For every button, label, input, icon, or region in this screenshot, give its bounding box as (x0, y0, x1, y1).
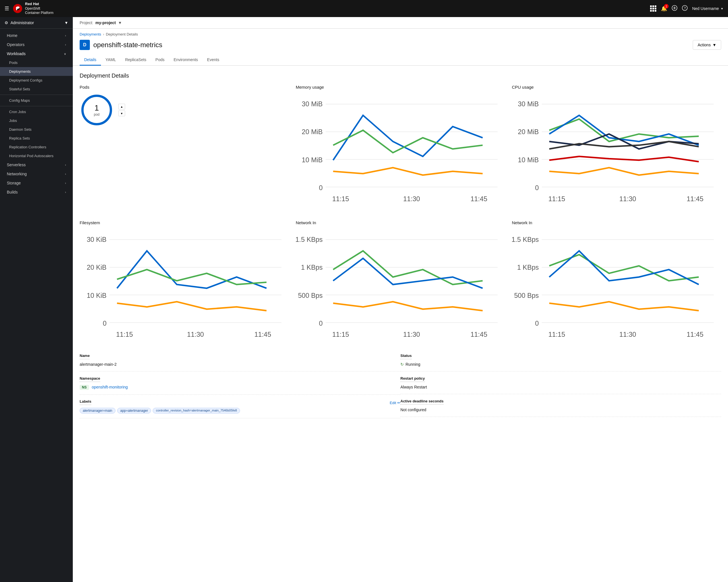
sidebar-replica-sets-label: Replica Sets (9, 136, 30, 140)
actions-caret-icon: ▼ (712, 43, 716, 47)
hamburger-button[interactable]: ☰ (4, 5, 9, 12)
svg-text:11:15: 11:15 (332, 331, 349, 338)
cpu-chart-area: 30 MiB 20 MiB 10 MiB 0 (512, 93, 721, 214)
sidebar-item-jobs[interactable]: Jobs (0, 116, 73, 125)
sidebar-item-operators[interactable]: Operators › (0, 40, 73, 49)
project-dropdown-icon[interactable]: ▼ (118, 21, 122, 25)
page-header: D openshift-state-metrics Actions ▼ (73, 36, 728, 50)
sidebar-deployments-label: Deployments (9, 70, 31, 74)
role-switcher[interactable]: ⚙ Administrator ▼ (0, 17, 73, 29)
status-field-value: ↻ Running (400, 362, 721, 367)
tab-details[interactable]: Details (80, 55, 101, 66)
grid-apps-button[interactable] (650, 5, 656, 12)
gear-icon: ⚙ (4, 21, 8, 25)
namespace-link[interactable]: openshift-monitoring (92, 385, 128, 389)
sidebar-pods-label: Pods (9, 60, 18, 65)
sidebar-item-home[interactable]: Home › (0, 31, 73, 40)
role-label-row: ⚙ Administrator (4, 21, 34, 25)
tab-pods[interactable]: Pods (151, 55, 169, 66)
page-title-row: D openshift-state-metrics (80, 40, 162, 50)
project-name: my-project (95, 21, 116, 25)
details-left-col: Name alertmanager-main-2 Namespace NS op… (80, 349, 400, 418)
actions-label: Actions (698, 43, 711, 47)
sidebar-item-pods[interactable]: Pods (0, 58, 73, 67)
sidebar-cron-jobs-label: Cron Jobs (9, 110, 26, 114)
sidebar-workloads-label: Workloads (7, 51, 26, 56)
restart-policy-field: Restart policy Always Restart (400, 371, 721, 394)
tab-environments[interactable]: Environments (169, 55, 203, 66)
breadcrumb-separator: › (103, 32, 104, 36)
pods-count-display: 1 pod (94, 104, 100, 116)
svg-text:10 MiB: 10 MiB (302, 156, 323, 164)
sidebar-item-storage[interactable]: Storage › (0, 178, 73, 188)
svg-text:11:15: 11:15 (116, 331, 133, 338)
content-area: Deployment Details Pods 1 (73, 66, 728, 425)
active-deadline-field-value: Not configured (400, 408, 721, 412)
pods-circle-area: 1 pod ▲ ▼ (80, 93, 289, 127)
sidebar-item-serverless[interactable]: Serverless › (0, 160, 73, 169)
namespace-badge: NS (80, 385, 89, 390)
sidebar-item-networking[interactable]: Networking › (0, 169, 73, 178)
sidebar-workloads-chevron-icon: ∨ (64, 52, 66, 55)
pods-donut-chart: 1 pod (80, 93, 114, 127)
svg-text:11:15: 11:15 (548, 195, 565, 203)
sidebar-storage-chevron-icon: › (65, 182, 66, 185)
sidebar-item-horizontal-pod-autoscalers[interactable]: Horizontal Pod Autoscalers (0, 151, 73, 160)
question-mark-icon: ? (682, 5, 687, 11)
tab-events[interactable]: Events (203, 55, 224, 66)
breadcrumb-parent-link[interactable]: Deployments (80, 32, 101, 36)
project-bar: Project: my-project ▼ (73, 17, 728, 29)
main-content: Project: my-project ▼ Deployments › Depl… (73, 17, 728, 582)
sidebar-divider-2 (0, 106, 73, 106)
sidebar-item-workloads[interactable]: Workloads ∨ (0, 49, 73, 58)
tab-yaml[interactable]: YAML (101, 55, 121, 66)
sidebar-item-replica-sets[interactable]: Replica Sets (0, 134, 73, 143)
svg-text:1.5 KBps: 1.5 KBps (512, 236, 539, 243)
deployment-icon: D (80, 40, 90, 50)
sidebar-item-replication-controllers[interactable]: Replication Controllers (0, 143, 73, 151)
sidebar-item-deployment-configs[interactable]: Deployment Configs (0, 76, 73, 85)
sidebar-serverless-label: Serverless (7, 163, 26, 167)
pods-stepper: ▲ ▼ (118, 104, 125, 116)
label-tag-app: app=alertmanager (117, 408, 151, 414)
label-tag-controller: controller_revision_hash=alertmanager_ma… (153, 408, 240, 414)
svg-text:10 KiB: 10 KiB (87, 292, 107, 299)
pods-increase-button[interactable]: ▲ (118, 104, 125, 109)
labels-edit-button[interactable]: Edit ✏ (390, 401, 400, 405)
sidebar-storage-label: Storage (7, 181, 21, 185)
svg-text:1 KBps: 1 KBps (301, 264, 322, 271)
network-in-chart-area: 1.5 KBps 1 KBps 500 Bps 0 (296, 228, 505, 349)
svg-text:11:30: 11:30 (403, 331, 420, 338)
tab-bar: Details YAML ReplicaSets Pods Environmen… (73, 55, 728, 66)
sidebar-item-daemon-sets[interactable]: Daemon Sets (0, 125, 73, 134)
actions-button[interactable]: Actions ▼ (693, 40, 721, 50)
notifications-button[interactable]: 🔔 1 (661, 5, 667, 12)
memory-line-chart-svg: 30 MiB 20 MiB 10 MiB 0 (296, 93, 505, 213)
notification-badge: 1 (664, 4, 669, 8)
name-field-value: alertmanager-main-2 (80, 362, 400, 367)
sidebar-item-config-maps[interactable]: Config Maps (0, 96, 73, 105)
sidebar-item-cron-jobs[interactable]: Cron Jobs (0, 107, 73, 116)
user-menu[interactable]: Ned Username ▼ (692, 6, 724, 11)
breadcrumb-current: Deployment Details (106, 32, 138, 36)
sidebar-item-stateful-sets[interactable]: Stateful Sets (0, 85, 73, 93)
help-button[interactable]: ? (682, 5, 687, 12)
namespace-field-value: NS openshift-monitoring (80, 385, 400, 390)
svg-text:11:30: 11:30 (619, 331, 636, 338)
pods-decrease-button[interactable]: ▼ (118, 111, 125, 116)
brand-text: Red Hat OpenShift Container Platform (25, 2, 53, 15)
edit-pencil-icon: ✏ (397, 401, 400, 405)
sidebar-item-builds[interactable]: Builds › (0, 188, 73, 197)
tab-replicasets[interactable]: ReplicaSets (121, 55, 151, 66)
app-layout: ⚙ Administrator ▼ Home › Operators › Wor… (0, 17, 728, 582)
svg-text:0: 0 (103, 320, 106, 327)
sidebar-jobs-label: Jobs (9, 118, 17, 123)
svg-text:11:30: 11:30 (619, 195, 636, 203)
add-button[interactable] (672, 5, 677, 12)
network-in-chart-title: Network In (296, 220, 505, 225)
sidebar-item-deployments[interactable]: Deployments (0, 67, 73, 76)
sidebar: ⚙ Administrator ▼ Home › Operators › Wor… (0, 17, 73, 582)
svg-text:10 MiB: 10 MiB (518, 156, 539, 164)
sidebar-networking-label: Networking (7, 172, 27, 176)
plus-circle-icon (672, 5, 677, 11)
